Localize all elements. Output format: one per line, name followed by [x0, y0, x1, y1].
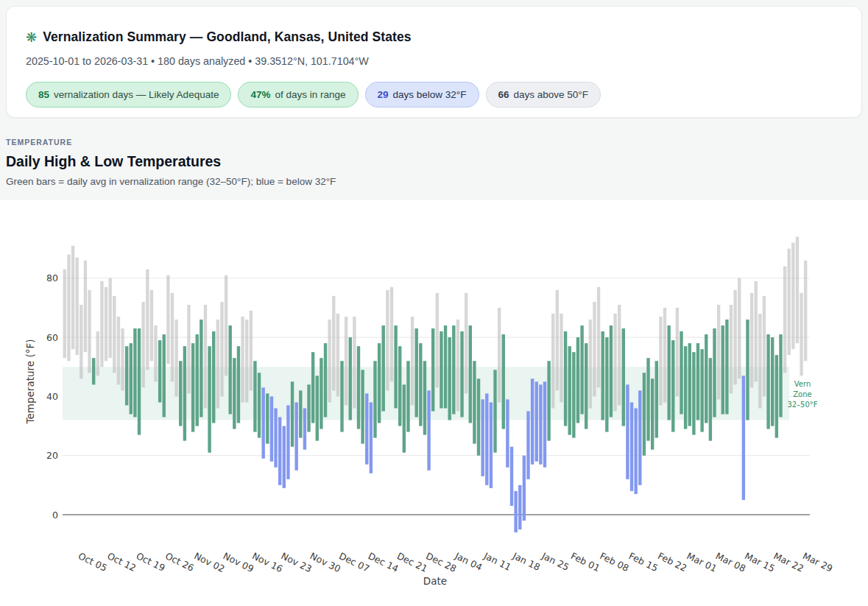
temp-bar	[266, 393, 269, 443]
temp-bar	[233, 358, 236, 429]
temp-bar	[742, 376, 745, 500]
temp-bar	[373, 361, 376, 437]
y-tick-labels: 020406080	[46, 272, 58, 520]
badge-label: days below 32°F	[393, 89, 467, 100]
temp-bar	[613, 314, 616, 411]
temp-bar	[638, 390, 641, 485]
section-header: TEMPERATURE Daily High & Low Temperature…	[6, 138, 336, 187]
temp-bar	[460, 331, 463, 417]
page: ❋ Vernalization Summary — Goodland, Kans…	[0, 0, 868, 606]
temp-bar	[370, 402, 373, 473]
svg-text:40: 40	[46, 391, 58, 402]
temp-bar	[572, 352, 575, 437]
temp-bar	[179, 361, 182, 426]
summary-meta: 2025-10-01 to 2026-03-31 • 180 days anal…	[26, 55, 369, 67]
summary-title: Vernalization Summary — Goodland, Kansas…	[43, 29, 411, 45]
svg-text:Dec 07: Dec 07	[337, 550, 371, 574]
temp-bar	[618, 305, 621, 406]
temp-bar	[220, 302, 223, 396]
temp-bar	[526, 411, 529, 479]
temp-bar	[105, 287, 107, 361]
snowflake-icon: ❋	[26, 31, 37, 44]
temp-bar	[258, 373, 261, 437]
temp-bar	[133, 328, 136, 417]
temp-bar	[688, 343, 691, 426]
temp-bar	[518, 485, 521, 529]
svg-text:80: 80	[46, 272, 58, 283]
temp-bar	[311, 352, 314, 423]
temp-bar	[643, 373, 646, 455]
temp-bar	[713, 328, 716, 417]
temp-bar	[788, 249, 791, 356]
temp-bar	[208, 346, 211, 453]
svg-text:Oct 19: Oct 19	[135, 550, 167, 574]
x-tick-labels: Oct 05Oct 12Oct 19Oct 26Nov 02Nov 09Nov …	[77, 550, 835, 574]
temp-bar	[576, 337, 579, 423]
temp-bar	[796, 237, 799, 344]
temp-bar	[730, 305, 733, 393]
temp-bar	[543, 381, 546, 467]
temp-bar	[733, 290, 736, 384]
temp-bar	[481, 399, 484, 476]
temp-bar	[361, 370, 364, 443]
temp-bar	[278, 417, 281, 485]
temp-bar	[163, 334, 166, 417]
temp-bar	[531, 378, 534, 464]
svg-text:Nov 02: Nov 02	[192, 550, 226, 574]
y-axis-label: Temperature (°F)	[24, 339, 36, 425]
temp-bar	[568, 346, 571, 434]
temp-bar	[84, 261, 87, 352]
temp-bar	[345, 317, 347, 405]
temp-bar	[448, 337, 451, 420]
temp-bar	[92, 358, 95, 384]
section-subtitle: Green bars = daily avg in vernalization …	[6, 176, 336, 187]
svg-text:Jan 04: Jan 04	[453, 550, 484, 573]
temp-bar	[671, 340, 674, 431]
temp-bar	[130, 343, 133, 414]
svg-text:Feb 15: Feb 15	[627, 550, 660, 574]
temp-bar	[560, 314, 562, 402]
svg-text:Jan 25: Jan 25	[540, 550, 571, 573]
temp-bar	[498, 308, 501, 402]
svg-text:Oct 26: Oct 26	[163, 550, 196, 574]
temp-bar	[204, 305, 207, 409]
temp-bar	[800, 293, 802, 376]
svg-text:Mar 01: Mar 01	[685, 550, 719, 574]
temp-bar	[307, 384, 310, 431]
temp-bar	[651, 378, 654, 449]
temp-bar	[419, 343, 422, 426]
temp-bar	[423, 361, 426, 434]
svg-text:Mar 08: Mar 08	[714, 550, 748, 574]
temp-bar	[299, 390, 302, 437]
temp-bar	[349, 337, 352, 420]
temp-bar	[241, 317, 244, 402]
temp-bar	[357, 346, 360, 429]
temp-bar	[626, 384, 629, 479]
temp-bar	[283, 426, 286, 488]
temp-bar	[556, 290, 559, 391]
temp-bar	[378, 343, 381, 423]
temp-bar	[436, 293, 439, 387]
temp-bar	[75, 258, 78, 355]
temp-bar	[610, 325, 613, 417]
temp-bar	[779, 334, 782, 417]
temp-bar	[121, 328, 124, 390]
temp-bar	[585, 343, 588, 429]
badge-days-in-range: 47% of days in range	[238, 82, 358, 108]
temp-bar	[328, 320, 331, 402]
temp-bar	[108, 278, 111, 358]
temp-bar	[324, 343, 327, 417]
temp-bar	[67, 255, 70, 362]
temp-bar	[444, 325, 447, 408]
temp-bar	[601, 331, 604, 420]
temp-bar	[646, 358, 649, 440]
section-title: Daily High & Low Temperatures	[6, 153, 336, 170]
temp-bar	[294, 402, 297, 470]
temp-bar	[634, 408, 637, 493]
temp-bar	[456, 320, 459, 411]
svg-text:Feb 08: Feb 08	[598, 550, 630, 574]
badge-days-above-50: 66 days above 50°F	[486, 82, 601, 108]
svg-text:Nov 16: Nov 16	[250, 550, 284, 574]
temp-bar	[506, 399, 509, 467]
temp-bar	[166, 275, 169, 364]
